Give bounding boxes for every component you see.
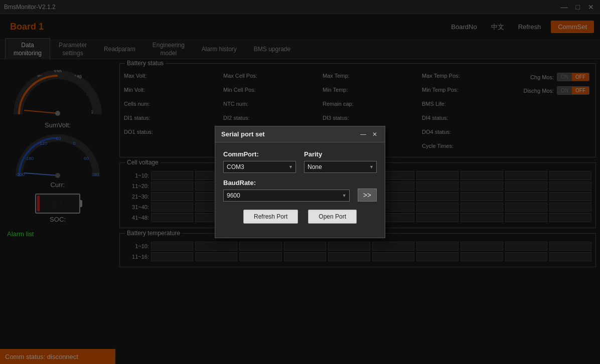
commport-parity-row: CommPort: COM1 COM2 COM3 COM4 Parity — [223, 150, 377, 173]
baudrate-select-wrapper: 1200 2400 4800 9600 19200 38400 115200 — [223, 190, 350, 202]
refresh-port-button[interactable]: Refresh Port — [243, 210, 298, 224]
modal-close-button[interactable]: ✕ — [371, 131, 379, 138]
serial-port-modal: Serial port set — ✕ CommPort: COM1 COM2 … — [215, 126, 385, 238]
arrow-button[interactable]: >> — [358, 189, 377, 202]
baudrate-row: BaudRate: 1200 2400 4800 9600 19200 3840… — [223, 179, 377, 202]
modal-overlay: Serial port set — ✕ CommPort: COM1 COM2 … — [0, 0, 600, 364]
modal-minimize-button[interactable]: — — [359, 131, 368, 138]
open-port-button[interactable]: Open Port — [308, 210, 357, 224]
parity-select-wrapper: None Odd Even — [304, 161, 377, 173]
commport-select[interactable]: COM1 COM2 COM3 COM4 — [223, 161, 296, 173]
parity-select[interactable]: None Odd Even — [304, 161, 377, 173]
modal-body: CommPort: COM1 COM2 COM3 COM4 Parity — [215, 142, 385, 238]
baudrate-select[interactable]: 1200 2400 4800 9600 19200 38400 115200 — [223, 190, 350, 202]
baudrate-field: BaudRate: 1200 2400 4800 9600 19200 3840… — [223, 179, 350, 202]
parity-label: Parity — [304, 150, 377, 158]
commport-select-wrapper: COM1 COM2 COM3 COM4 — [223, 161, 296, 173]
modal-header: Serial port set — ✕ — [215, 126, 385, 142]
baudrate-label: BaudRate: — [223, 179, 350, 187]
commport-field: CommPort: COM1 COM2 COM3 COM4 — [223, 150, 296, 173]
commport-label: CommPort: — [223, 150, 296, 158]
modal-window-controls: — ✕ — [359, 131, 379, 138]
parity-field: Parity None Odd Even — [304, 150, 377, 173]
modal-title: Serial port set — [221, 130, 265, 138]
modal-footer: Refresh Port Open Port — [223, 210, 377, 230]
